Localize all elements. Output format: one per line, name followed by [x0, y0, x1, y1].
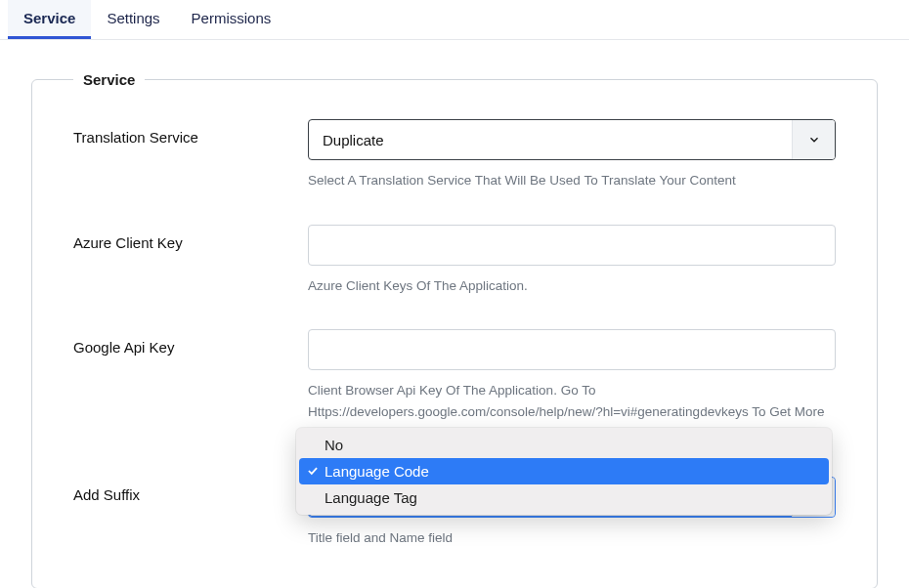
google-api-key-input[interactable] — [308, 329, 836, 370]
add-suffix-option-language-code[interactable]: Language Code — [299, 458, 829, 484]
label-google-api-key: Google Api Key — [73, 329, 308, 356]
translation-service-toggle[interactable] — [792, 120, 835, 159]
translation-service-help: Select A Translation Service That Will B… — [308, 170, 836, 191]
azure-client-key-input[interactable] — [308, 225, 836, 266]
add-suffix-option-language-tag[interactable]: Language Tag — [299, 484, 829, 511]
translation-service-value: Duplicate — [309, 132, 398, 148]
chevron-down-icon — [807, 133, 821, 147]
add-suffix-help: Title field and Name field — [308, 527, 836, 549]
check-icon — [306, 464, 320, 478]
add-suffix-option-language-code-label: Language Code — [325, 463, 429, 480]
add-suffix-dropdown: No Language Code Language Tag — [296, 428, 832, 515]
service-panel: Service Translation Service Duplicate Se… — [31, 71, 878, 588]
tab-service[interactable]: Service — [8, 0, 91, 39]
azure-client-key-help: Azure Client Keys Of The Application. — [308, 275, 836, 297]
add-suffix-option-no[interactable]: No — [299, 432, 829, 458]
tab-permissions[interactable]: Permissions — [176, 0, 287, 39]
tab-bar: Service Settings Permissions — [0, 0, 909, 40]
add-suffix-option-language-tag-label: Language Tag — [325, 489, 417, 506]
translation-service-select[interactable]: Duplicate — [308, 119, 836, 160]
panel-legend: Service — [73, 71, 145, 88]
label-azure-client-key: Azure Client Key — [73, 225, 308, 251]
tab-settings[interactable]: Settings — [91, 0, 175, 39]
label-add-suffix: Add Suffix — [73, 477, 308, 503]
add-suffix-option-no-label: No — [325, 437, 343, 453]
label-translation-service: Translation Service — [73, 119, 308, 146]
